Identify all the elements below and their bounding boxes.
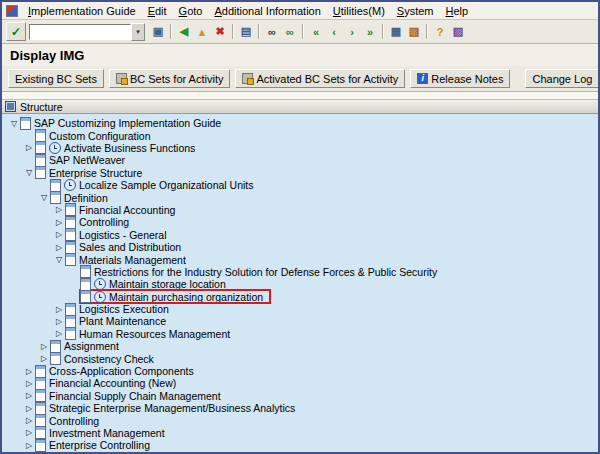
menu-item[interactable]: Utilities(M): [327, 4, 391, 18]
prev-page-icon[interactable]: ‹: [325, 23, 343, 40]
tree-row[interactable]: Custom Configuration: [2, 129, 598, 141]
tree-row[interactable]: ▷Financial Supply Chain Management: [2, 390, 598, 402]
tree-item-label[interactable]: Financial Accounting (New): [49, 377, 176, 389]
tree-row[interactable]: SAP NetWeaver: [2, 154, 598, 166]
menu-item[interactable]: Implementation Guide: [22, 4, 142, 18]
tree-row[interactable]: ▷Controlling: [2, 414, 598, 426]
tree-item-label[interactable]: Maintain storage location: [109, 278, 226, 290]
tree-row[interactable]: Maintain storage location: [2, 278, 598, 290]
tree-item-label[interactable]: Enterprise Controlling: [49, 439, 150, 451]
tree-row[interactable]: ▷Financial Accounting (New): [2, 377, 598, 389]
last-page-icon[interactable]: »: [361, 23, 379, 40]
expand-icon[interactable]: ▷: [53, 329, 65, 338]
expand-icon[interactable]: ▷: [23, 143, 35, 152]
expand-icon[interactable]: ▷: [23, 441, 35, 450]
print-icon[interactable]: ▤: [237, 23, 255, 40]
command-field[interactable]: [29, 24, 131, 40]
tree-row[interactable]: ▷Consistency Check: [2, 352, 598, 364]
tree-item-label[interactable]: Logistics - General: [79, 229, 167, 241]
tree-item-label[interactable]: SAP NetWeaver: [49, 154, 125, 166]
tree-row[interactable]: Restrictions for the Industry Solution f…: [2, 266, 598, 278]
tree-item-label[interactable]: Assignment: [64, 340, 119, 352]
expand-icon[interactable]: ▷: [23, 428, 35, 437]
collapse-icon[interactable]: ▽: [53, 255, 65, 264]
expand-icon[interactable]: ▷: [23, 391, 35, 400]
collapse-icon[interactable]: ▽: [8, 119, 20, 128]
find-next-icon[interactable]: ∞: [281, 23, 299, 40]
expand-icon[interactable]: ▷: [23, 379, 35, 388]
tree-row[interactable]: ▽Definition: [2, 191, 598, 203]
save-icon[interactable]: ▣: [149, 23, 167, 40]
tree-item-label[interactable]: Sales and Distribution: [79, 241, 181, 253]
system-menu-icon[interactable]: [6, 5, 18, 17]
cancel-icon[interactable]: ✖: [211, 23, 229, 40]
help-icon[interactable]: ?: [431, 23, 449, 40]
tree-item-label[interactable]: Definition: [64, 192, 108, 204]
tree-row[interactable]: ▷Financial Accounting: [2, 204, 598, 216]
menu-item[interactable]: Additional Information: [208, 4, 326, 18]
expand-icon[interactable]: ▷: [23, 416, 35, 425]
tree-row[interactable]: ▷Plant Maintenance: [2, 315, 598, 327]
expand-icon[interactable]: ▷: [53, 205, 65, 214]
tree-row[interactable]: ▷Controlling: [2, 216, 598, 228]
tree-row[interactable]: ▷Cross-Application Components: [2, 365, 598, 377]
tree-item-label[interactable]: Enterprise Structure: [49, 167, 142, 179]
tree-row[interactable]: ▷Logistics - General: [2, 229, 598, 241]
tree-row[interactable]: Localize Sample Organizational Units: [2, 179, 598, 191]
tree-row[interactable]: ▽Enterprise Structure: [2, 167, 598, 179]
tree-row[interactable]: ▷Assignment: [2, 340, 598, 352]
first-page-icon[interactable]: «: [307, 23, 325, 40]
expand-icon[interactable]: ▷: [53, 243, 65, 252]
expand-icon[interactable]: ▷: [38, 342, 50, 351]
tree-row[interactable]: ▷Human Resources Management: [2, 328, 598, 340]
tree-row[interactable]: ▷Activate Business Functions: [2, 142, 598, 154]
collapse-icon[interactable]: ▽: [38, 193, 50, 202]
tree-row[interactable]: ▽SAP Customizing Implementation Guide: [2, 117, 598, 129]
tree-item-label[interactable]: Localize Sample Organizational Units: [79, 179, 254, 191]
tree-row[interactable]: ▷Sales and Distribution: [2, 241, 598, 253]
expand-icon[interactable]: ▷: [53, 317, 65, 326]
create-shortcut-icon[interactable]: ▧: [405, 23, 423, 40]
menu-item[interactable]: System: [391, 4, 440, 18]
back-icon[interactable]: ◀: [175, 23, 193, 40]
tree-row[interactable]: ▽Materials Management: [2, 253, 598, 265]
tree-item-label[interactable]: Consistency Check: [64, 353, 154, 365]
existing-bc-sets-button[interactable]: Existing BC Sets: [8, 69, 104, 88]
customize-layout-icon[interactable]: ▨: [449, 23, 467, 40]
tree-row[interactable]: ▷Logistics Execution: [2, 303, 598, 315]
expand-icon[interactable]: ▷: [53, 305, 65, 314]
tree-item-label[interactable]: Investment Management: [49, 427, 165, 439]
tree-item-label[interactable]: Restrictions for the Industry Solution f…: [94, 266, 437, 278]
next-page-icon[interactable]: ›: [343, 23, 361, 40]
collapse-icon[interactable]: ▽: [23, 168, 35, 177]
tree-item-label[interactable]: Materials Management: [79, 254, 186, 266]
tree-item-label[interactable]: Financial Supply Chain Management: [49, 390, 221, 402]
find-icon[interactable]: ∞: [263, 23, 281, 40]
tree-row[interactable]: ▷Strategic Enterprise Management/Busines…: [2, 402, 598, 414]
tree-item-label[interactable]: Strategic Enterprise Management/Business…: [49, 402, 295, 414]
activated-bc-sets-for-activity-button[interactable]: Activated BC Sets for Activity: [235, 69, 405, 88]
menu-item[interactable]: Edit: [142, 4, 173, 18]
tree-item-label[interactable]: Controlling: [79, 216, 129, 228]
new-session-icon[interactable]: ▦: [387, 23, 405, 40]
tree-item-label[interactable]: Cross-Application Components: [49, 365, 194, 377]
enter-icon[interactable]: ✓: [6, 22, 26, 41]
change-log-button[interactable]: Change Log: [525, 69, 599, 88]
expand-icon[interactable]: ▷: [23, 367, 35, 376]
exit-icon[interactable]: ▲: [193, 23, 211, 40]
tree-item-label[interactable]: SAP Customizing Implementation Guide: [34, 117, 221, 129]
release-notes-button[interactable]: Release Notes: [410, 69, 510, 88]
tree-row[interactable]: Maintain purchasing organization: [2, 290, 598, 302]
tree-row[interactable]: ▷Enterprise Controlling: [2, 439, 598, 451]
tree-item-label[interactable]: Maintain purchasing organization: [109, 291, 263, 303]
tree-item-label[interactable]: Custom Configuration: [49, 130, 151, 142]
expand-icon[interactable]: ▷: [53, 230, 65, 239]
expand-icon[interactable]: ▷: [38, 354, 50, 363]
menu-item[interactable]: Goto: [173, 4, 209, 18]
tree-item-label[interactable]: Plant Maintenance: [79, 315, 166, 327]
tree-item-label[interactable]: Activate Business Functions: [64, 142, 195, 154]
tree-row[interactable]: ▷Investment Management: [2, 427, 598, 439]
tree-item-label[interactable]: Controlling: [49, 415, 99, 427]
expand-icon[interactable]: ▷: [53, 218, 65, 227]
bc-sets-for-activity-button[interactable]: BC Sets for Activity: [109, 69, 231, 88]
